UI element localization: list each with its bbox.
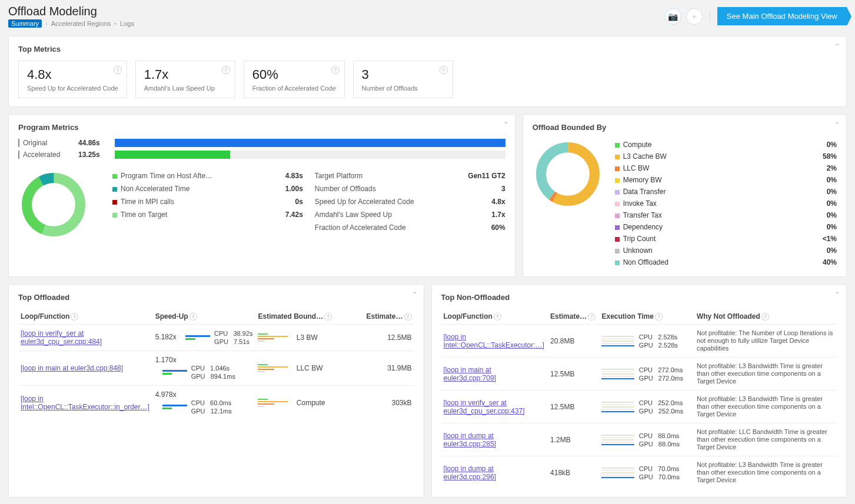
breadcrumb-logs[interactable]: Logs	[120, 20, 134, 27]
help-icon[interactable]: ?	[404, 313, 412, 321]
top-offloaded-title: Top Offloaded	[18, 293, 414, 302]
loop-link[interactable]: [loop in Intel::OpenCL::TaskExecutor:…]	[444, 333, 544, 349]
offload-bounded-row: Non Offloaded 40%	[615, 256, 837, 268]
legend-dot-icon	[615, 202, 620, 206]
chevron-up-icon[interactable]: ⌃	[834, 42, 840, 51]
program-metrics-panel: ⌃ Program Metrics Original 44.86s Accele…	[8, 114, 515, 277]
table-row: [loop in dump at euler3d.cpp:296] 418kB …	[441, 456, 837, 489]
program-metrics-title: Program Metrics	[18, 123, 505, 132]
help-icon[interactable]: ?	[114, 66, 122, 74]
loop-link[interactable]: [loop in dump at euler3d.cpp:296]	[444, 465, 496, 481]
sparkline-icon	[258, 398, 291, 408]
why-not-offloaded: Not profitable: L3 Bandwidth Time is gre…	[694, 358, 837, 390]
help-icon[interactable]: ?	[71, 313, 78, 321]
speedup-value: 1.170x	[155, 356, 177, 364]
see-main-view-button[interactable]: See Main Offload Modeling View	[717, 7, 847, 25]
th-bounded: Estimated Bound…	[258, 312, 323, 321]
chevron-up-icon[interactable]: ⌃	[834, 121, 840, 129]
legend-dot-icon	[615, 178, 620, 183]
help-icon[interactable]: ?	[655, 313, 663, 321]
loop-link[interactable]: [loop in verify_ser at euler3d_cpu_ser.c…	[444, 399, 525, 415]
add-button[interactable]: +	[686, 8, 703, 25]
offload-bounded-row: Dependency 0%	[615, 221, 837, 233]
metric-card-3: ? 3 Number of Offloads	[353, 61, 453, 98]
table-row: [loop in dump at euler3d.cpp:285] 1.2MB …	[441, 423, 837, 456]
th-loop-function: Loop/Function	[444, 312, 493, 321]
help-icon[interactable]: ?	[331, 66, 340, 74]
help-icon[interactable]: ?	[189, 313, 197, 321]
help-icon[interactable]: ?	[588, 313, 595, 321]
metric-value: 3	[362, 67, 444, 82]
legend-dot-icon	[615, 249, 620, 253]
breadcrumb-dot-icon: •	[114, 20, 117, 27]
accelerated-label: Accelerated	[18, 151, 71, 159]
help-icon[interactable]: ?	[494, 313, 501, 321]
table-row: [loop in verify_ser at euler3d_cpu_ser.c…	[18, 325, 414, 351]
help-icon[interactable]: ?	[761, 313, 769, 321]
offload-bounded-row: Trip Count <1%	[615, 233, 837, 245]
chevron-up-icon[interactable]: ⌃	[412, 291, 418, 299]
bound-value: Compute	[297, 399, 325, 407]
loop-link[interactable]: [loop in main at euler3d.cpp:709]	[444, 366, 496, 382]
metric-card-1: ? 1.7x Amdahl's Law Speed Up	[135, 61, 235, 98]
speedup-value: 5.182x	[155, 333, 177, 341]
sparkline-icon	[601, 466, 634, 479]
program-metric-row: Number of Offloads3	[315, 182, 505, 195]
legend-dot-icon	[112, 200, 117, 205]
loop-link[interactable]: [loop in Intel::OpenCL::TaskExecutor::in…	[21, 395, 149, 411]
legend-dot-icon	[615, 225, 620, 230]
breadcrumb-summary[interactable]: Summary	[8, 19, 42, 28]
help-icon[interactable]: ?	[324, 313, 332, 321]
chevron-up-icon[interactable]: ⌃	[834, 291, 840, 299]
estimate-value: 20.8MB	[548, 325, 599, 358]
why-not-offloaded: Not profitable: LLC Bandwidth Time is gr…	[694, 423, 837, 456]
top-non-offloaded-title: Top Non-Offloaded	[441, 293, 837, 302]
loop-link[interactable]: [loop in main at euler3d.cpp:848]	[21, 364, 123, 372]
offload-bounded-row: Transfer Tax 0%	[615, 209, 837, 221]
program-metric-row: Speed Up for Accelerated Code4.8x	[315, 195, 505, 208]
program-metric-row: Amdahl's Law Speed Up1.7x	[315, 208, 505, 221]
program-metric-row: Non Accelerated Time 1.00s	[112, 182, 303, 195]
bound-value: LLC BW	[297, 364, 323, 372]
help-icon[interactable]: ?	[222, 66, 230, 74]
sparkline-icon	[258, 363, 291, 373]
legend-dot-icon	[615, 143, 620, 148]
sparkline-icon	[258, 332, 291, 343]
offload-bounded-title: Offload Bounded By	[533, 123, 837, 132]
original-time-row: Original 44.86s	[18, 139, 505, 147]
snapshot-button[interactable]: 📷	[665, 8, 681, 25]
program-metric-row: Fraction of Accelerated Code60%	[315, 221, 505, 234]
offload-bounded-row: LLC BW 2%	[615, 162, 837, 174]
help-icon[interactable]: ?	[440, 66, 448, 74]
loop-link[interactable]: [loop in verify_ser at euler3d_cpu_ser.c…	[21, 329, 102, 346]
estimate-value: 12.5MB	[355, 325, 414, 351]
loop-link[interactable]: [loop in dump at euler3d.cpp:285]	[444, 432, 496, 448]
time-breakdown-donut	[18, 169, 101, 240]
metric-card-0: ? 4.8x Speed Up for Accelerated Code	[18, 61, 127, 98]
top-metrics-title: Top Metrics	[18, 45, 837, 54]
page-title: Offload Modeling	[8, 5, 134, 18]
legend-dot-icon	[112, 213, 117, 218]
th-speedup: Speed-Up	[155, 312, 188, 321]
legend-dot-icon	[112, 187, 117, 192]
offload-bounded-row: L3 Cache BW 58%	[615, 151, 837, 162]
accelerated-bar	[115, 151, 505, 159]
top-offloaded-table: Loop/Function? Speed-Up? Estimated Bound…	[18, 309, 414, 420]
breadcrumb-sep-icon: ›	[45, 20, 48, 27]
th-why: Why Not Offloaded	[697, 312, 760, 321]
offload-bounded-row: Memory BW 0%	[615, 174, 837, 186]
sparkline-icon	[601, 335, 634, 348]
plus-icon: +	[692, 12, 697, 21]
top-metrics-panel: ⌃ Top Metrics ? 4.8x Speed Up for Accele…	[8, 36, 847, 107]
breadcrumb-accelerated-regions[interactable]: Accelerated Regions	[51, 20, 111, 27]
header-actions: 📷 + See Main Offload Modeling View	[665, 7, 847, 25]
chevron-up-icon[interactable]: ⌃	[503, 121, 509, 129]
legend-dot-icon	[112, 174, 117, 179]
table-row: [loop in Intel::OpenCL::TaskExecutor::in…	[18, 386, 414, 420]
why-not-offloaded: Not profitable: The Number of Loop Itera…	[694, 325, 837, 358]
offload-bounded-row: Unknown 0%	[615, 245, 837, 256]
th-loop-function: Loop/Function	[21, 312, 69, 321]
estimate-value: 12.5MB	[548, 390, 599, 423]
estimate-value: 418kB	[548, 456, 599, 489]
estimate-value: 31.9MB	[355, 351, 414, 386]
